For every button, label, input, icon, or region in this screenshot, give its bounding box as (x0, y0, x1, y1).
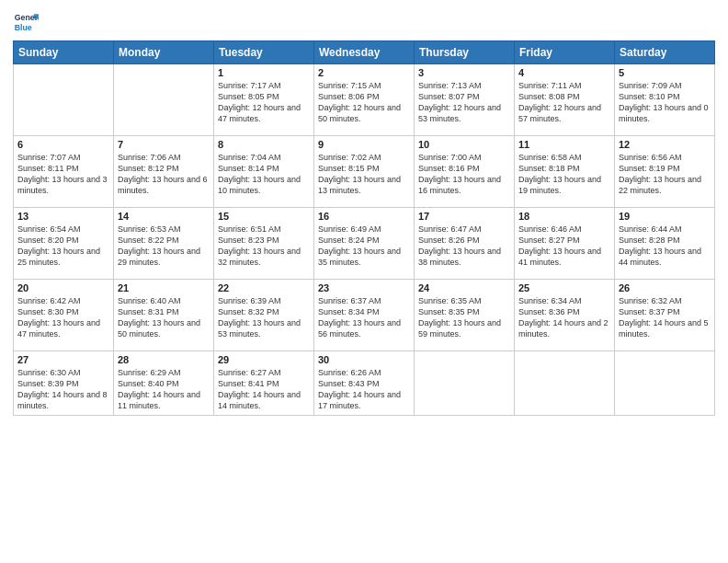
calendar-cell (615, 351, 715, 416)
day-number: 29 (218, 354, 310, 365)
day-info: Sunrise: 6:58 AM Sunset: 8:18 PM Dayligh… (518, 152, 610, 197)
day-number: 8 (218, 139, 310, 150)
calendar-cell: 11Sunrise: 6:58 AM Sunset: 8:18 PM Dayli… (515, 136, 615, 208)
calendar-cell: 1Sunrise: 7:17 AM Sunset: 8:05 PM Daylig… (214, 64, 314, 136)
day-number: 12 (619, 139, 711, 150)
day-number: 14 (118, 211, 210, 222)
day-info: Sunrise: 6:39 AM Sunset: 8:32 PM Dayligh… (218, 295, 310, 340)
day-info: Sunrise: 7:00 AM Sunset: 8:16 PM Dayligh… (418, 152, 510, 197)
day-number: 21 (118, 282, 210, 293)
day-info: Sunrise: 7:06 AM Sunset: 8:12 PM Dayligh… (118, 152, 210, 197)
calendar-week-3: 13Sunrise: 6:54 AM Sunset: 8:20 PM Dayli… (14, 208, 715, 280)
calendar-cell (515, 351, 615, 416)
weekday-header-sunday: Sunday (14, 41, 114, 64)
day-info: Sunrise: 6:26 AM Sunset: 8:43 PM Dayligh… (318, 367, 410, 412)
day-info: Sunrise: 6:49 AM Sunset: 8:24 PM Dayligh… (318, 224, 410, 269)
day-number: 17 (418, 211, 510, 222)
calendar-cell: 7Sunrise: 7:06 AM Sunset: 8:12 PM Daylig… (114, 136, 214, 208)
weekday-header-saturday: Saturday (615, 41, 715, 64)
calendar-cell: 15Sunrise: 6:51 AM Sunset: 8:23 PM Dayli… (214, 208, 314, 280)
calendar-cell: 30Sunrise: 6:26 AM Sunset: 8:43 PM Dayli… (314, 351, 415, 416)
calendar-cell: 9Sunrise: 7:02 AM Sunset: 8:15 PM Daylig… (314, 136, 415, 208)
calendar-cell: 6Sunrise: 7:07 AM Sunset: 8:11 PM Daylig… (14, 136, 114, 208)
day-info: Sunrise: 7:15 AM Sunset: 8:06 PM Dayligh… (318, 80, 410, 125)
day-number: 3 (418, 67, 510, 78)
weekday-header-wednesday: Wednesday (314, 41, 415, 64)
day-info: Sunrise: 6:56 AM Sunset: 8:19 PM Dayligh… (619, 152, 711, 197)
day-number: 10 (418, 139, 510, 150)
day-number: 13 (17, 211, 109, 222)
calendar-cell: 21Sunrise: 6:40 AM Sunset: 8:31 PM Dayli… (114, 280, 214, 351)
day-number: 5 (619, 67, 711, 78)
calendar-cell: 10Sunrise: 7:00 AM Sunset: 8:16 PM Dayli… (415, 136, 515, 208)
calendar-cell: 18Sunrise: 6:46 AM Sunset: 8:27 PM Dayli… (515, 208, 615, 280)
day-number: 23 (318, 282, 410, 293)
calendar-body: 1Sunrise: 7:17 AM Sunset: 8:05 PM Daylig… (14, 64, 715, 416)
day-number: 28 (118, 354, 210, 365)
calendar-week-4: 20Sunrise: 6:42 AM Sunset: 8:30 PM Dayli… (14, 280, 715, 351)
day-info: Sunrise: 7:09 AM Sunset: 8:10 PM Dayligh… (619, 80, 711, 125)
day-number: 7 (118, 139, 210, 150)
day-number: 18 (518, 211, 610, 222)
day-info: Sunrise: 6:30 AM Sunset: 8:39 PM Dayligh… (17, 367, 109, 412)
weekday-header-monday: Monday (114, 41, 214, 64)
weekday-header-tuesday: Tuesday (214, 41, 314, 64)
calendar-cell: 17Sunrise: 6:47 AM Sunset: 8:26 PM Dayli… (415, 208, 515, 280)
calendar-week-1: 1Sunrise: 7:17 AM Sunset: 8:05 PM Daylig… (14, 64, 715, 136)
day-info: Sunrise: 6:27 AM Sunset: 8:41 PM Dayligh… (218, 367, 310, 412)
day-info: Sunrise: 7:02 AM Sunset: 8:15 PM Dayligh… (318, 152, 410, 197)
calendar-cell: 3Sunrise: 7:13 AM Sunset: 8:07 PM Daylig… (415, 64, 515, 136)
day-info: Sunrise: 6:46 AM Sunset: 8:27 PM Dayligh… (518, 224, 610, 269)
page-header: General Blue (13, 9, 715, 35)
calendar-cell: 16Sunrise: 6:49 AM Sunset: 8:24 PM Dayli… (314, 208, 415, 280)
weekday-header-row: SundayMondayTuesdayWednesdayThursdayFrid… (14, 41, 715, 64)
day-number: 15 (218, 211, 310, 222)
logo: General Blue (13, 9, 42, 35)
calendar-cell: 29Sunrise: 6:27 AM Sunset: 8:41 PM Dayli… (214, 351, 314, 416)
day-info: Sunrise: 6:34 AM Sunset: 8:36 PM Dayligh… (518, 295, 610, 340)
day-number: 1 (218, 67, 310, 78)
calendar-cell: 27Sunrise: 6:30 AM Sunset: 8:39 PM Dayli… (14, 351, 114, 416)
calendar-cell: 5Sunrise: 7:09 AM Sunset: 8:10 PM Daylig… (615, 64, 715, 136)
calendar-cell (14, 64, 114, 136)
calendar-cell: 4Sunrise: 7:11 AM Sunset: 8:08 PM Daylig… (515, 64, 615, 136)
day-info: Sunrise: 6:42 AM Sunset: 8:30 PM Dayligh… (17, 295, 109, 340)
calendar-cell (114, 64, 214, 136)
day-number: 16 (318, 211, 410, 222)
day-number: 24 (418, 282, 510, 293)
day-info: Sunrise: 6:35 AM Sunset: 8:35 PM Dayligh… (418, 295, 510, 340)
calendar-cell: 12Sunrise: 6:56 AM Sunset: 8:19 PM Dayli… (615, 136, 715, 208)
calendar-table: SundayMondayTuesdayWednesdayThursdayFrid… (13, 40, 715, 416)
day-number: 27 (17, 354, 109, 365)
day-info: Sunrise: 7:04 AM Sunset: 8:14 PM Dayligh… (218, 152, 310, 197)
calendar-cell: 23Sunrise: 6:37 AM Sunset: 8:34 PM Dayli… (314, 280, 415, 351)
day-number: 2 (318, 67, 410, 78)
day-info: Sunrise: 6:53 AM Sunset: 8:22 PM Dayligh… (118, 224, 210, 269)
day-number: 26 (619, 282, 711, 293)
day-number: 6 (17, 139, 109, 150)
day-info: Sunrise: 7:11 AM Sunset: 8:08 PM Dayligh… (518, 80, 610, 125)
day-info: Sunrise: 6:32 AM Sunset: 8:37 PM Dayligh… (619, 295, 711, 340)
day-number: 4 (518, 67, 610, 78)
calendar-cell (415, 351, 515, 416)
day-number: 19 (619, 211, 711, 222)
calendar-cell: 13Sunrise: 6:54 AM Sunset: 8:20 PM Dayli… (14, 208, 114, 280)
calendar-cell: 24Sunrise: 6:35 AM Sunset: 8:35 PM Dayli… (415, 280, 515, 351)
day-info: Sunrise: 6:51 AM Sunset: 8:23 PM Dayligh… (218, 224, 310, 269)
calendar-cell: 28Sunrise: 6:29 AM Sunset: 8:40 PM Dayli… (114, 351, 214, 416)
day-number: 11 (518, 139, 610, 150)
calendar-cell: 8Sunrise: 7:04 AM Sunset: 8:14 PM Daylig… (214, 136, 314, 208)
svg-text:Blue: Blue (15, 23, 32, 32)
day-info: Sunrise: 7:13 AM Sunset: 8:07 PM Dayligh… (418, 80, 510, 125)
logo-icon: General Blue (13, 9, 39, 35)
day-info: Sunrise: 6:37 AM Sunset: 8:34 PM Dayligh… (318, 295, 410, 340)
weekday-header-thursday: Thursday (415, 41, 515, 64)
day-info: Sunrise: 6:40 AM Sunset: 8:31 PM Dayligh… (118, 295, 210, 340)
day-info: Sunrise: 7:07 AM Sunset: 8:11 PM Dayligh… (17, 152, 109, 197)
calendar-cell: 25Sunrise: 6:34 AM Sunset: 8:36 PM Dayli… (515, 280, 615, 351)
day-info: Sunrise: 7:17 AM Sunset: 8:05 PM Dayligh… (218, 80, 310, 125)
calendar-cell: 14Sunrise: 6:53 AM Sunset: 8:22 PM Dayli… (114, 208, 214, 280)
calendar-cell: 22Sunrise: 6:39 AM Sunset: 8:32 PM Dayli… (214, 280, 314, 351)
calendar-week-2: 6Sunrise: 7:07 AM Sunset: 8:11 PM Daylig… (14, 136, 715, 208)
calendar-week-5: 27Sunrise: 6:30 AM Sunset: 8:39 PM Dayli… (14, 351, 715, 416)
